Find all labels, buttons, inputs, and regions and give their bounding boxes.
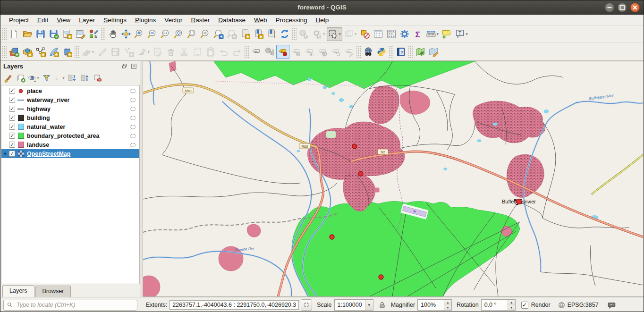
menu-raster[interactable]: Raster bbox=[187, 16, 214, 25]
filter-by-expression-button[interactable]: ε▾ bbox=[53, 72, 65, 84]
titlebar[interactable]: foreword - QGIS bbox=[0, 0, 644, 15]
identify-features-button[interactable]: i bbox=[297, 27, 311, 41]
deselect-all-button[interactable] bbox=[358, 27, 372, 41]
layer-visibility-checkbox[interactable]: ✓ bbox=[9, 151, 15, 157]
crs-globe-icon[interactable] bbox=[558, 301, 566, 309]
layer-visibility-checkbox[interactable]: ✓ bbox=[9, 88, 15, 94]
memory-layer-indicator-icon[interactable] bbox=[129, 142, 136, 148]
new-virtual-layer-button[interactable] bbox=[60, 45, 74, 59]
text-annotation-button[interactable]: T▾ bbox=[453, 27, 469, 41]
toggle-editing-button[interactable] bbox=[96, 45, 109, 59]
select-features-button[interactable]: ▾ bbox=[327, 27, 343, 41]
panel-tab-layers[interactable]: Layers bbox=[2, 285, 34, 297]
statistical-summary-button[interactable]: Σ bbox=[411, 27, 424, 41]
toolbar-handle[interactable] bbox=[2, 28, 7, 40]
minimize-button[interactable] bbox=[605, 3, 614, 12]
rotation-spinbox[interactable]: 0.0 ° ▲▼ bbox=[481, 299, 516, 311]
save-project-as-button[interactable] bbox=[47, 27, 60, 41]
toolbar-handle[interactable] bbox=[245, 46, 249, 58]
menu-help[interactable]: Help bbox=[312, 16, 332, 25]
vertex-tool-button[interactable]: ▾ bbox=[136, 45, 152, 59]
memory-layer-indicator-icon[interactable] bbox=[129, 115, 136, 121]
menu-plugins[interactable]: Plugins bbox=[131, 16, 160, 25]
layer-item-openstreetmap[interactable]: ▼✓OpenStreetMap bbox=[1, 149, 139, 158]
scale-combobox[interactable]: 1:100000 ▼ bbox=[334, 299, 373, 311]
python-console-button[interactable] bbox=[375, 45, 388, 59]
menu-edit[interactable]: Edit bbox=[34, 16, 52, 25]
zoom-full-button[interactable] bbox=[172, 27, 186, 41]
messages-icon[interactable] bbox=[608, 301, 616, 309]
render-checkbox[interactable]: ✓ bbox=[521, 302, 528, 309]
panel-float-button[interactable] bbox=[120, 63, 128, 70]
attribute-table-button[interactable] bbox=[372, 27, 385, 41]
spin-up-icon[interactable]: ▲ bbox=[444, 300, 451, 305]
chevron-down-icon[interactable]: ▾ bbox=[355, 32, 357, 36]
locator-input[interactable] bbox=[16, 301, 134, 309]
run-feature-action-button[interactable]: ▾ bbox=[311, 27, 327, 41]
help-contents-button[interactable]: ? bbox=[394, 45, 407, 59]
chevron-down-icon[interactable]: ▾ bbox=[466, 32, 468, 36]
layer-labeling-button[interactable]: abc bbox=[250, 45, 263, 59]
toolbar-handle[interactable] bbox=[101, 28, 105, 40]
metasearch-button[interactable] bbox=[362, 45, 375, 59]
data-source-manager-button[interactable] bbox=[8, 45, 21, 59]
current-edits-button[interactable]: ▾ bbox=[80, 45, 96, 59]
memory-layer-indicator-icon[interactable] bbox=[129, 97, 136, 103]
map-canvas[interactable]: R60 R60 N2 Breede Rvr Buffeljagsrivier B… bbox=[143, 61, 644, 297]
toolbar-handle[interactable] bbox=[292, 28, 297, 40]
labeling-options-button[interactable]: ab bbox=[276, 45, 289, 59]
chevron-down-icon[interactable]: ▼ bbox=[365, 300, 373, 310]
layer-item-place[interactable]: ✓place bbox=[1, 86, 139, 95]
menu-settings[interactable]: Settings bbox=[100, 16, 130, 25]
collapse-all-button[interactable] bbox=[79, 72, 90, 84]
manage-map-themes-button[interactable]: ▾ bbox=[28, 72, 39, 84]
new-print-layout-button[interactable] bbox=[60, 27, 74, 41]
chevron-down-icon[interactable]: ▾ bbox=[148, 50, 150, 54]
spin-down-icon[interactable]: ▼ bbox=[444, 305, 451, 311]
menu-processing[interactable]: Processing bbox=[272, 16, 311, 25]
memory-layer-indicator-icon[interactable] bbox=[129, 124, 136, 130]
paste-features-button[interactable] bbox=[204, 45, 217, 59]
expand-all-button[interactable] bbox=[66, 72, 77, 84]
new-project-button[interactable] bbox=[8, 27, 21, 41]
close-button[interactable] bbox=[630, 3, 640, 12]
add-group-button[interactable] bbox=[15, 72, 26, 84]
layer-visibility-checkbox[interactable]: ✓ bbox=[9, 106, 15, 112]
magnifier-spinbox[interactable]: 100% ▲▼ bbox=[417, 299, 452, 311]
extents-to-canvas-button[interactable] bbox=[301, 299, 312, 311]
lock-icon[interactable] bbox=[378, 301, 386, 309]
new-spatialite-layer-button[interactable] bbox=[47, 45, 60, 59]
filter-legend-button[interactable] bbox=[41, 72, 52, 84]
layer-visibility-checkbox[interactable]: ✓ bbox=[9, 124, 15, 130]
toolbar-handle[interactable] bbox=[408, 46, 413, 58]
measure-button[interactable]: ▾ bbox=[424, 27, 441, 41]
new-geopackage-layer-button[interactable] bbox=[21, 45, 34, 59]
cut-features-button[interactable] bbox=[178, 45, 191, 59]
memory-layer-indicator-icon[interactable] bbox=[129, 88, 136, 94]
layer-item-highway[interactable]: ✓highway bbox=[1, 104, 139, 113]
layer-item-natural_water[interactable]: ✓natural_water bbox=[1, 122, 139, 131]
zoom-to-selection-button[interactable] bbox=[186, 27, 199, 41]
remove-layer-button[interactable] bbox=[92, 72, 103, 84]
redo-button[interactable] bbox=[230, 45, 244, 59]
open-project-button[interactable] bbox=[21, 27, 34, 41]
panel-tab-browser[interactable]: Browser bbox=[35, 286, 71, 297]
style-manager-button[interactable]: a bbox=[87, 27, 100, 41]
change-label-button[interactable]: abc bbox=[342, 45, 356, 59]
save-layer-edits-button[interactable] bbox=[109, 45, 122, 59]
osm-edit-button[interactable] bbox=[427, 45, 440, 59]
panel-close-button[interactable] bbox=[130, 63, 137, 70]
open-layer-styling-button[interactable] bbox=[2, 72, 14, 84]
menu-vector[interactable]: Vector bbox=[161, 16, 186, 25]
layer-item-landuse[interactable]: ✓landuse bbox=[1, 140, 139, 149]
layer-item-boundary_protected_area[interactable]: ✓boundary_protected_area bbox=[1, 131, 139, 140]
layer-diagram-button[interactable] bbox=[263, 45, 276, 59]
refresh-button[interactable] bbox=[278, 27, 291, 41]
rotate-label-button[interactable]: abc bbox=[329, 45, 342, 59]
memory-layer-indicator-icon[interactable] bbox=[129, 133, 136, 139]
expand-icon[interactable]: ▼ bbox=[1, 152, 9, 156]
layer-visibility-checkbox[interactable]: ✓ bbox=[9, 142, 15, 148]
pin-labels-button[interactable]: ab bbox=[289, 45, 303, 59]
memory-layer-indicator-icon[interactable] bbox=[129, 106, 136, 112]
map-tips-button[interactable] bbox=[440, 27, 453, 41]
